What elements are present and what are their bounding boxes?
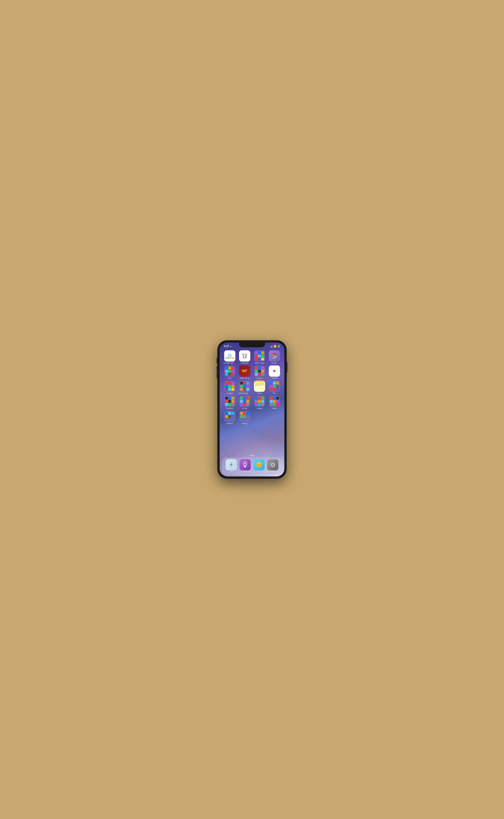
folder-mini xyxy=(255,358,258,361)
folder-mini xyxy=(232,412,234,415)
notes-line xyxy=(255,385,264,385)
folder-mini xyxy=(276,397,279,400)
folder-mini xyxy=(240,400,243,403)
folder-mini xyxy=(228,373,231,376)
phone-screen: 3:27 ▲ 📶 🔋 31 xyxy=(220,343,284,476)
dock-podcasts[interactable]: Podcasts xyxy=(239,459,251,473)
folder-mini xyxy=(232,382,234,384)
notes-icon-inner xyxy=(254,381,265,392)
folder-mini xyxy=(232,403,234,406)
folder-mini xyxy=(240,403,243,406)
dock-settings[interactable]: ⚙ Settings xyxy=(267,459,278,473)
folder-mini xyxy=(243,388,246,391)
app-weather[interactable]: Weather xyxy=(223,411,237,425)
svg-marker-3 xyxy=(229,464,231,465)
folder-mini xyxy=(255,403,258,406)
folder-mini xyxy=(232,370,234,373)
app-images[interactable]: Images xyxy=(223,381,237,394)
folder-mini xyxy=(225,370,228,373)
app-other-audio[interactable]: Other Audio xyxy=(252,350,266,364)
page-dot-2[interactable] xyxy=(252,455,253,456)
app-label-google-cal: GoogleCalen... xyxy=(224,362,236,364)
folder-mini xyxy=(261,367,264,369)
app-label-calendar: Calendar xyxy=(241,362,248,364)
folder-mini xyxy=(261,358,264,361)
health-icon-bg: ♥ xyxy=(269,365,280,377)
folder-mini xyxy=(243,382,246,384)
folder-mini xyxy=(270,400,273,403)
notch xyxy=(239,343,265,347)
folder-mini xyxy=(243,400,246,403)
folder-mini xyxy=(261,351,264,354)
settings-gear-icon: ⚙ xyxy=(270,461,276,468)
app-google-calendar[interactable]: 31 GoogleCalen... xyxy=(223,350,237,364)
folder-mini xyxy=(228,385,231,388)
app-utilities[interactable]: Utilities xyxy=(252,396,266,410)
folder-mini xyxy=(261,355,264,357)
folder-mini xyxy=(240,388,243,391)
app-label-utilities: Utilities xyxy=(257,407,262,410)
folder-mini xyxy=(240,415,243,418)
folder-mini xyxy=(225,397,228,400)
folder-mini xyxy=(261,397,264,400)
dock-waze[interactable]: 😊 Waze xyxy=(253,459,265,473)
app-label-video: Video xyxy=(272,407,277,410)
folder-mini xyxy=(240,382,243,384)
folder-mini xyxy=(273,397,276,400)
app-wells-fargo[interactable]: WF Wells Fargo xyxy=(238,365,252,379)
folder-mini xyxy=(261,370,264,373)
app-pets[interactable]: Pets xyxy=(267,381,281,394)
cal-date: 13 xyxy=(242,355,247,359)
home-screen: 31 GoogleCalen... Monday 13 Calendar xyxy=(220,349,284,454)
health-heart-icon: ♥ xyxy=(273,368,276,374)
app-calendar[interactable]: Monday 13 Calendar xyxy=(238,350,252,364)
notes-line xyxy=(255,386,260,386)
folder-mini xyxy=(240,385,243,388)
folder-mini xyxy=(270,382,273,384)
folder-mini xyxy=(228,415,231,418)
notes-line xyxy=(255,383,264,384)
page-dot-3[interactable] xyxy=(254,455,255,456)
folder-mini xyxy=(246,388,249,391)
app-label-files: Files xyxy=(228,377,232,379)
app-health[interactable]: ♥ Health xyxy=(267,365,281,379)
app-label-health: Health xyxy=(272,377,277,379)
folder-grid-retailers xyxy=(224,396,235,407)
page-dot-1[interactable] xyxy=(249,455,250,456)
podcasts-icon xyxy=(242,461,248,468)
waze-face-icon: 😊 xyxy=(255,462,262,468)
folder-mini xyxy=(225,367,228,369)
app-retailers[interactable]: Retailers xyxy=(223,396,237,410)
app-social[interactable]: 1 Social xyxy=(238,396,252,410)
app-other-navigat[interactable]: OtherNavigat... xyxy=(238,381,252,394)
app-files[interactable]: Files xyxy=(223,365,237,379)
folder-mini xyxy=(225,373,228,376)
app-books[interactable]: 📚 Books xyxy=(267,350,281,364)
folder-mini xyxy=(243,412,246,415)
folder-mini xyxy=(225,382,228,384)
dock-safari[interactable]: Safari xyxy=(226,459,237,473)
app-label-writing: Writing xyxy=(242,422,247,425)
folder-mini xyxy=(258,367,261,369)
folder-mini xyxy=(228,400,231,403)
folder-grid-other-navigat xyxy=(239,381,250,392)
folder-mini xyxy=(232,385,234,388)
app-video[interactable]: Video xyxy=(267,396,281,410)
folder-mini xyxy=(225,415,228,418)
app-label-images: Images xyxy=(227,392,233,394)
app-label-books: Books xyxy=(272,362,277,364)
folder-mini xyxy=(276,388,279,391)
folder-mini xyxy=(258,397,261,400)
app-label-wells-fargo: Wells Fargo xyxy=(240,377,249,379)
app-writing[interactable]: Writing xyxy=(238,411,252,425)
svg-marker-4 xyxy=(232,464,234,465)
app-notes[interactable]: Notes xyxy=(252,381,266,394)
folder-grid-other-audio xyxy=(254,350,265,362)
folder-mini xyxy=(228,367,231,369)
app-games[interactable]: Games xyxy=(252,365,266,379)
folder-mini xyxy=(225,388,228,391)
folder-mini xyxy=(258,358,261,361)
folder-mini xyxy=(246,385,249,388)
folder-mini xyxy=(258,373,261,376)
folder-mini xyxy=(228,403,231,406)
